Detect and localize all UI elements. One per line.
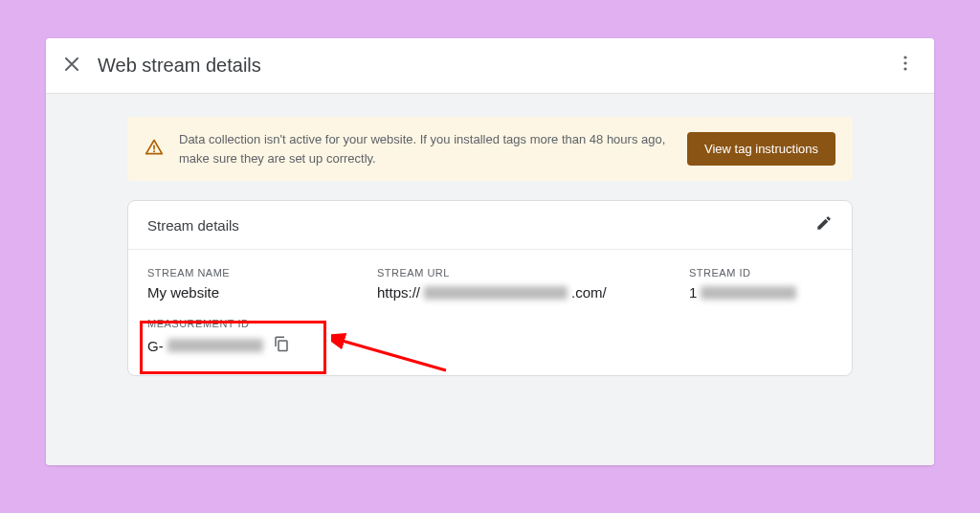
measurement-id-label: MEASUREMENT ID [147, 318, 290, 329]
annotation-arrow-icon [331, 330, 456, 378]
measurement-id-field: MEASUREMENT ID G- [147, 318, 290, 356]
warning-icon [145, 138, 164, 161]
copy-icon[interactable] [273, 335, 290, 356]
stream-id-field: STREAM ID 1 [689, 267, 833, 301]
view-tag-instructions-button[interactable]: View tag instructions [687, 132, 835, 166]
redacted-text [167, 339, 263, 352]
stream-name-label: STREAM NAME [147, 267, 339, 279]
data-collection-alert: Data collection isn't active for your we… [127, 117, 853, 181]
titlebar: Web stream details [46, 38, 934, 94]
stream-url-value: https://.com/ [377, 284, 651, 301]
svg-rect-5 [278, 341, 287, 351]
stream-url-label: STREAM URL [377, 267, 651, 279]
measurement-id-prefix: G- [147, 338, 164, 354]
card-body: STREAM NAME My website STREAM URL https:… [128, 250, 852, 375]
card-header: Stream details [128, 201, 852, 250]
svg-line-6 [339, 340, 446, 370]
panel-body: Data collection isn't active for your we… [46, 94, 934, 465]
page-title: Web stream details [98, 55, 896, 77]
card-title: Stream details [147, 217, 815, 234]
svg-point-4 [153, 150, 155, 152]
stream-details-card: Stream details STREAM NAME My website ST… [127, 200, 853, 376]
measurement-id-value: G- [147, 338, 263, 354]
svg-point-1 [903, 61, 906, 64]
web-stream-details-panel: Web stream details Data collection isn't… [46, 38, 934, 465]
stream-id-label: STREAM ID [689, 267, 833, 279]
stream-id-value: 1 [689, 284, 833, 301]
stream-id-prefix: 1 [689, 284, 697, 301]
stream-url-prefix: https:// [377, 284, 420, 301]
stream-name-field: STREAM NAME My website [147, 267, 339, 301]
redacted-text [701, 286, 796, 300]
close-icon[interactable] [65, 57, 78, 75]
svg-point-0 [903, 56, 906, 58]
edit-icon[interactable] [815, 214, 833, 235]
more-options-icon[interactable] [896, 52, 915, 79]
alert-message: Data collection isn't active for your we… [179, 130, 672, 167]
stream-name-value: My website [147, 284, 339, 301]
stream-url-suffix: .com/ [571, 284, 607, 301]
svg-point-2 [903, 67, 906, 70]
stream-url-field: STREAM URL https://.com/ [377, 267, 651, 301]
redacted-text [424, 286, 568, 300]
